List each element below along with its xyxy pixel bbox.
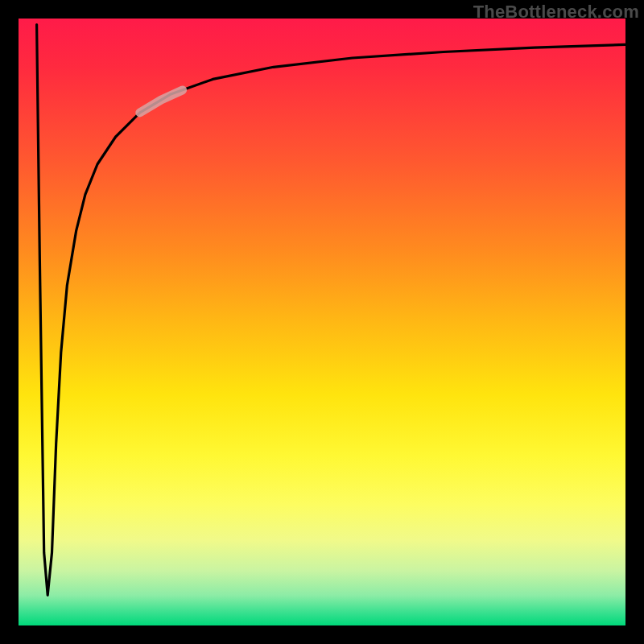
curve-svg [19, 19, 625, 625]
watermark-text: TheBottleneck.com [473, 2, 639, 23]
bottleneck-curve [37, 25, 625, 596]
chart-frame: TheBottleneck.com [0, 0, 644, 644]
plot-area [19, 19, 625, 625]
highlight-segment [140, 90, 183, 113]
